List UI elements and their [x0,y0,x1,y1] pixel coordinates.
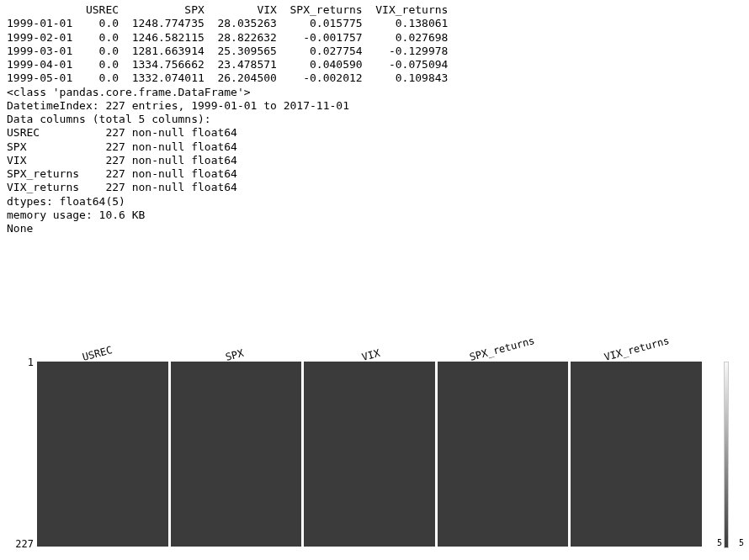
matrix-col [571,362,702,547]
text-output: USREC SPX VIX SPX_returns VIX_returns 19… [0,0,749,235]
cbar-tick: 5 [717,538,722,547]
out-line: DatetimeIndex: 227 entries, 1999-01-01 t… [7,99,349,112]
y-tick-bottom: 227 [0,538,34,550]
col-label: VIX_returns [603,335,670,363]
out-line: VIX_returns 227 non-null float64 [7,181,237,193]
out-line: 1999-03-01 0.0 1281.663914 25.309565 0.0… [7,45,448,57]
out-line: SPX_returns 227 non-null float64 [7,167,237,180]
out-line: VIX 227 non-null float64 [7,154,237,166]
out-line: <class 'pandas.core.frame.DataFrame'> [7,86,251,98]
out-line: None [7,222,33,235]
out-line: 1999-04-01 0.0 1334.756662 23.478571 0.0… [7,58,448,71]
out-line: SPX 227 non-null float64 [7,140,237,153]
out-line: USREC 227 non-null float64 [7,126,237,139]
cbar-tick: 5 [739,538,744,547]
matrix-col [304,362,435,547]
out-line: USREC SPX VIX SPX_returns VIX_returns [7,3,448,16]
out-line: dtypes: float64(5) [7,195,125,208]
out-line: 1999-05-01 0.0 1332.074011 26.204500 -0.… [7,71,448,84]
col-label: SPX_returns [468,335,535,363]
matrix-col [37,362,168,547]
completeness-bar [724,362,729,548]
out-line: memory usage: 10.6 KB [7,209,145,221]
out-line: 1999-01-01 0.0 1248.774735 28.035263 0.0… [7,17,448,29]
col-label: USREC [81,344,114,363]
y-tick-top: 1 [0,357,34,368]
out-line: 1999-02-01 0.0 1246.582115 28.822632 -0.… [7,31,448,44]
matrix-col [438,362,569,547]
missingno-matrix-chart: USREC SPX VIX SPX_returns VIX_returns 1 … [0,321,749,560]
out-line: Data columns (total 5 columns): [7,113,211,125]
matrix-col [171,362,302,547]
matrix-plot [37,362,702,547]
